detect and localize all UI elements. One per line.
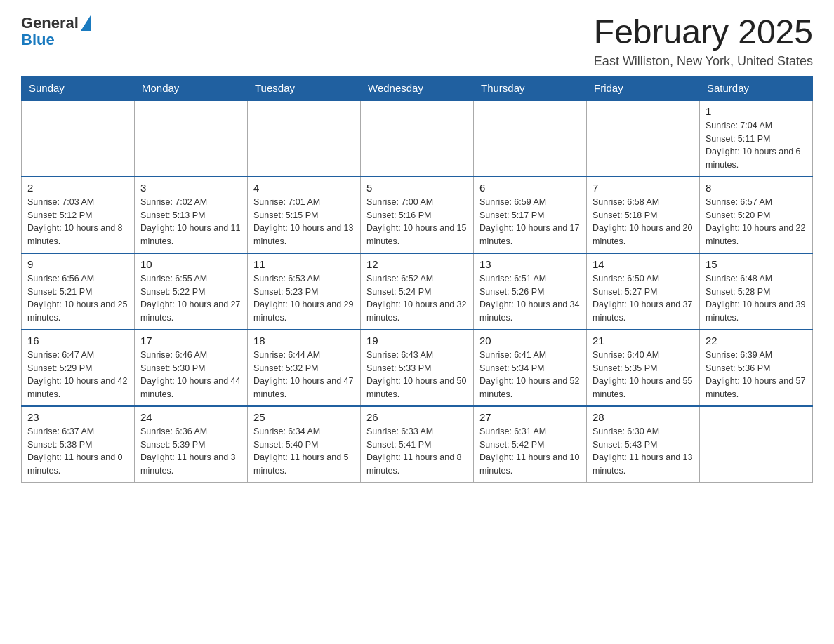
calendar-day-cell: 16Sunrise: 6:47 AM Sunset: 5:29 PM Dayli…: [22, 330, 135, 406]
calendar-week-row: 9Sunrise: 6:56 AM Sunset: 5:21 PM Daylig…: [22, 253, 813, 330]
day-info: Sunrise: 7:02 AM Sunset: 5:13 PM Dayligh…: [140, 196, 241, 248]
calendar-week-row: 16Sunrise: 6:47 AM Sunset: 5:29 PM Dayli…: [22, 330, 813, 406]
day-number: 15: [706, 258, 807, 270]
calendar-day-cell: 26Sunrise: 6:33 AM Sunset: 5:41 PM Dayli…: [361, 406, 474, 483]
day-info: Sunrise: 6:39 AM Sunset: 5:36 PM Dayligh…: [706, 349, 807, 401]
day-number: 4: [253, 182, 355, 194]
day-number: 23: [27, 411, 128, 423]
calendar-day-cell: 19Sunrise: 6:43 AM Sunset: 5:33 PM Dayli…: [361, 330, 474, 406]
location-subtitle: East Williston, New York, United States: [594, 54, 813, 69]
day-number: 5: [366, 182, 468, 194]
calendar-day-cell: [474, 100, 587, 177]
day-info: Sunrise: 6:43 AM Sunset: 5:33 PM Dayligh…: [366, 349, 468, 401]
calendar-day-cell: 5Sunrise: 7:00 AM Sunset: 5:16 PM Daylig…: [361, 177, 474, 253]
calendar-day-cell: 2Sunrise: 7:03 AM Sunset: 5:12 PM Daylig…: [22, 177, 135, 253]
day-number: 22: [706, 335, 807, 347]
day-info: Sunrise: 6:55 AM Sunset: 5:22 PM Dayligh…: [140, 272, 241, 325]
day-number: 12: [366, 258, 468, 270]
calendar-header-row: SundayMondayTuesdayWednesdayThursdayFrid…: [22, 76, 813, 100]
day-info: Sunrise: 6:30 AM Sunset: 5:43 PM Dayligh…: [593, 425, 694, 478]
title-section: February 2025 East Williston, New York, …: [594, 14, 813, 69]
day-info: Sunrise: 7:03 AM Sunset: 5:12 PM Dayligh…: [27, 196, 128, 248]
day-info: Sunrise: 6:57 AM Sunset: 5:20 PM Dayligh…: [706, 196, 807, 248]
day-info: Sunrise: 6:51 AM Sunset: 5:26 PM Dayligh…: [479, 272, 581, 325]
day-number: 2: [27, 182, 128, 194]
calendar-day-cell: 21Sunrise: 6:40 AM Sunset: 5:35 PM Dayli…: [587, 330, 700, 406]
day-info: Sunrise: 6:46 AM Sunset: 5:30 PM Dayligh…: [140, 349, 241, 401]
day-info: Sunrise: 6:40 AM Sunset: 5:35 PM Dayligh…: [593, 349, 694, 401]
day-of-week-header: Monday: [135, 76, 248, 100]
calendar-day-cell: [700, 406, 813, 483]
day-of-week-header: Sunday: [22, 76, 135, 100]
calendar-day-cell: 27Sunrise: 6:31 AM Sunset: 5:42 PM Dayli…: [474, 406, 587, 483]
calendar-week-row: 1Sunrise: 7:04 AM Sunset: 5:11 PM Daylig…: [22, 100, 813, 177]
calendar-week-row: 23Sunrise: 6:37 AM Sunset: 5:38 PM Dayli…: [22, 406, 813, 483]
day-info: Sunrise: 6:48 AM Sunset: 5:28 PM Dayligh…: [706, 272, 807, 325]
day-number: 27: [479, 411, 581, 423]
day-info: Sunrise: 6:52 AM Sunset: 5:24 PM Dayligh…: [366, 272, 468, 325]
month-title: February 2025: [594, 14, 813, 51]
day-info: Sunrise: 7:01 AM Sunset: 5:15 PM Dayligh…: [253, 196, 355, 248]
calendar-day-cell: 17Sunrise: 6:46 AM Sunset: 5:30 PM Dayli…: [135, 330, 248, 406]
calendar-day-cell: 8Sunrise: 6:57 AM Sunset: 5:20 PM Daylig…: [700, 177, 813, 253]
calendar-day-cell: 1Sunrise: 7:04 AM Sunset: 5:11 PM Daylig…: [700, 100, 813, 177]
day-number: 6: [479, 182, 581, 194]
day-number: 19: [366, 335, 468, 347]
day-info: Sunrise: 6:59 AM Sunset: 5:17 PM Dayligh…: [479, 196, 581, 248]
calendar-day-cell: [135, 100, 248, 177]
day-of-week-header: Tuesday: [248, 76, 361, 100]
day-number: 11: [253, 258, 355, 270]
calendar-day-cell: 9Sunrise: 6:56 AM Sunset: 5:21 PM Daylig…: [22, 253, 135, 330]
day-number: 28: [593, 411, 694, 423]
calendar-day-cell: 7Sunrise: 6:58 AM Sunset: 5:18 PM Daylig…: [587, 177, 700, 253]
day-number: 26: [366, 411, 468, 423]
day-number: 25: [253, 411, 355, 423]
calendar-day-cell: [361, 100, 474, 177]
day-info: Sunrise: 6:31 AM Sunset: 5:42 PM Dayligh…: [479, 425, 581, 478]
page-header: General Blue February 2025 East Willisto…: [21, 14, 813, 69]
calendar-day-cell: 15Sunrise: 6:48 AM Sunset: 5:28 PM Dayli…: [700, 253, 813, 330]
day-info: Sunrise: 6:56 AM Sunset: 5:21 PM Dayligh…: [27, 272, 128, 325]
day-of-week-header: Thursday: [474, 76, 587, 100]
day-info: Sunrise: 6:37 AM Sunset: 5:38 PM Dayligh…: [27, 425, 128, 478]
day-info: Sunrise: 7:00 AM Sunset: 5:16 PM Dayligh…: [366, 196, 468, 248]
calendar-day-cell: 25Sunrise: 6:34 AM Sunset: 5:40 PM Dayli…: [248, 406, 361, 483]
day-info: Sunrise: 6:47 AM Sunset: 5:29 PM Dayligh…: [27, 349, 128, 401]
logo-triangle-icon: [81, 15, 91, 31]
day-number: 17: [140, 335, 241, 347]
day-number: 16: [27, 335, 128, 347]
calendar-day-cell: 10Sunrise: 6:55 AM Sunset: 5:22 PM Dayli…: [135, 253, 248, 330]
logo-general-text: General: [21, 14, 79, 32]
calendar-day-cell: 11Sunrise: 6:53 AM Sunset: 5:23 PM Dayli…: [248, 253, 361, 330]
calendar-day-cell: 18Sunrise: 6:44 AM Sunset: 5:32 PM Dayli…: [248, 330, 361, 406]
day-info: Sunrise: 6:34 AM Sunset: 5:40 PM Dayligh…: [253, 425, 355, 478]
day-number: 13: [479, 258, 581, 270]
calendar-day-cell: 12Sunrise: 6:52 AM Sunset: 5:24 PM Dayli…: [361, 253, 474, 330]
calendar-day-cell: 13Sunrise: 6:51 AM Sunset: 5:26 PM Dayli…: [474, 253, 587, 330]
calendar-table: SundayMondayTuesdayWednesdayThursdayFrid…: [21, 76, 813, 483]
day-info: Sunrise: 6:41 AM Sunset: 5:34 PM Dayligh…: [479, 349, 581, 401]
day-info: Sunrise: 7:04 AM Sunset: 5:11 PM Dayligh…: [706, 119, 807, 172]
calendar-day-cell: 28Sunrise: 6:30 AM Sunset: 5:43 PM Dayli…: [587, 406, 700, 483]
day-number: 14: [593, 258, 694, 270]
day-of-week-header: Wednesday: [361, 76, 474, 100]
day-info: Sunrise: 6:50 AM Sunset: 5:27 PM Dayligh…: [593, 272, 694, 325]
day-number: 7: [593, 182, 694, 194]
day-info: Sunrise: 6:36 AM Sunset: 5:39 PM Dayligh…: [140, 425, 241, 478]
calendar-day-cell: 14Sunrise: 6:50 AM Sunset: 5:27 PM Dayli…: [587, 253, 700, 330]
day-number: 18: [253, 335, 355, 347]
day-number: 1: [706, 105, 807, 117]
calendar-day-cell: 3Sunrise: 7:02 AM Sunset: 5:13 PM Daylig…: [135, 177, 248, 253]
day-of-week-header: Saturday: [700, 76, 813, 100]
day-number: 20: [479, 335, 581, 347]
calendar-day-cell: 23Sunrise: 6:37 AM Sunset: 5:38 PM Dayli…: [22, 406, 135, 483]
day-number: 10: [140, 258, 241, 270]
day-number: 9: [27, 258, 128, 270]
calendar-week-row: 2Sunrise: 7:03 AM Sunset: 5:12 PM Daylig…: [22, 177, 813, 253]
day-of-week-header: Friday: [587, 76, 700, 100]
day-number: 3: [140, 182, 241, 194]
calendar-day-cell: 22Sunrise: 6:39 AM Sunset: 5:36 PM Dayli…: [700, 330, 813, 406]
calendar-day-cell: [587, 100, 700, 177]
day-info: Sunrise: 6:33 AM Sunset: 5:41 PM Dayligh…: [366, 425, 468, 478]
calendar-day-cell: 4Sunrise: 7:01 AM Sunset: 5:15 PM Daylig…: [248, 177, 361, 253]
